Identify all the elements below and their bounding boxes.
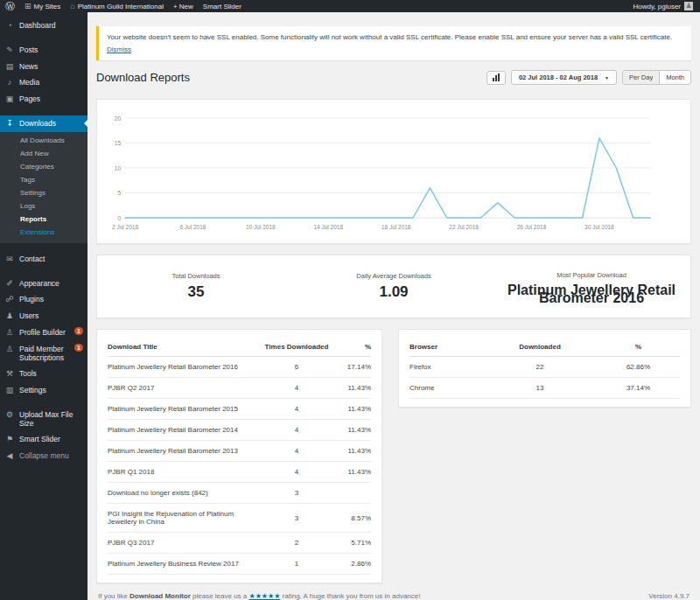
svg-text:2 Jul 2018: 2 Jul 2018 — [112, 224, 138, 230]
table-cell: 6 — [259, 357, 334, 378]
table-row: PGI Insight the Rejuvenation of Platinum… — [108, 504, 371, 533]
table-cell: PJBR Q1 2018 — [108, 462, 259, 483]
version-label: Version 4.9.7 — [648, 592, 690, 600]
table-cell: 8.57% — [334, 504, 371, 533]
sidebar-subitem-all-downloads[interactable]: All Downloads — [0, 134, 88, 147]
new-content-menu[interactable]: + New — [173, 3, 193, 10]
sidebar-item-upload-max-file-size[interactable]: ⚙ Upload Max File Size — [0, 407, 88, 431]
sidebar-subitem-add-new[interactable]: Add New — [0, 147, 88, 160]
sidebar-item-plugins[interactable]: ☍ Plugins — [0, 291, 88, 308]
sidebar-item-posts[interactable]: ✎ Posts — [0, 42, 88, 59]
downloads-icon: ↧ — [5, 119, 14, 129]
table-header-cell: Browser — [410, 337, 483, 357]
sidebar-subitem-logs[interactable]: Logs — [0, 199, 88, 213]
appearance-icon: ✐ — [5, 279, 14, 289]
table-row: Firefox2262.86% — [410, 357, 680, 378]
sidebar-item-contact[interactable]: ✉ Contact — [0, 251, 88, 268]
sidebar-item-downloads[interactable]: ↧ Downloads — [0, 115, 88, 132]
sidebar-item-paid-member-subscriptions[interactable]: ♙ Paid Member Subscriptions 1 — [0, 341, 88, 366]
table-cell: 2.86% — [334, 554, 371, 575]
table-cell: 4 — [259, 399, 334, 420]
month-button[interactable]: Month — [660, 71, 690, 84]
posts-icon: ✎ — [5, 45, 14, 55]
sidebar-item-news[interactable]: ▤ News — [0, 59, 88, 75]
main-content: Your website doesn't seem to have SSL en… — [88, 12, 700, 600]
table-cell: 62.86% — [597, 357, 680, 378]
browser-table: BrowserDownloaded%Firefox2262.86%Chrome1… — [410, 337, 680, 399]
sidebar-subitem-categories[interactable]: Categories — [0, 160, 88, 173]
sidebar-item-media[interactable]: ♪ Media — [0, 74, 88, 91]
sidebar-item-smart-slider[interactable]: ⚑ Smart Slider — [0, 431, 88, 448]
footer: If you like Download Monitor please leav… — [96, 592, 691, 600]
per-day-button[interactable]: Per Day — [623, 71, 660, 84]
smart-slider-menu[interactable]: Smart Slider — [203, 3, 242, 10]
chevron-down-icon: ▼ — [605, 75, 609, 80]
network-icon: ⊞ — [24, 3, 32, 10]
table-row: PJBR Q3 201725.71% — [108, 533, 371, 554]
bar-chart-icon — [493, 78, 494, 81]
ssl-notice: Your website doesn't seem to have SSL en… — [96, 26, 691, 60]
page-title: Download Reports — [96, 71, 190, 84]
howdy-menu[interactable]: Howdy, pgiuser — [633, 3, 681, 10]
sidebar-item-collapse-menu[interactable]: ◀ Collapse menu — [0, 448, 88, 464]
svg-text:10: 10 — [115, 165, 122, 171]
downloads-submenu: All DownloadsAdd NewCategoriesTagsSettin… — [0, 132, 88, 243]
settings-icon: ▥ — [5, 386, 14, 395]
table-cell: 4 — [259, 441, 334, 462]
current-site-menu[interactable]: ⌂ Platinum Guild International — [70, 3, 164, 10]
dismiss-link[interactable]: Dismiss — [107, 44, 131, 56]
paid-member-subscriptions-icon: ♙ — [5, 345, 14, 354]
table-cell: PJBR Q3 2017 — [108, 533, 259, 554]
table-cell: 4 — [259, 462, 334, 483]
sidebar-item-settings[interactable]: ▥ Settings — [0, 382, 88, 399]
news-icon: ▤ — [5, 62, 14, 72]
table-cell: Platinum Jewellery Retail Barometer 2013 — [108, 441, 259, 462]
sidebar-item-profile-builder[interactable]: ♙ Profile Builder 1 — [0, 324, 88, 341]
table-cell: Firefox — [410, 357, 483, 378]
table-cell: 37.14% — [597, 378, 680, 399]
svg-text:22 Jul 2018: 22 Jul 2018 — [449, 224, 479, 230]
profile-builder-icon: ♙ — [5, 328, 14, 338]
table-cell: Chrome — [410, 378, 483, 399]
table-cell: 3 — [259, 483, 334, 504]
table-cell — [334, 483, 371, 504]
sidebar-item-dashboard[interactable]: ◔ Dashboard — [0, 17, 88, 34]
svg-text:14 Jul 2018: 14 Jul 2018 — [313, 224, 343, 230]
downloads-table-card: Download TitleTimes Downloaded%Platinum … — [96, 329, 382, 583]
svg-text:10 Jul 2018: 10 Jul 2018 — [246, 224, 276, 230]
chart-type-button[interactable] — [486, 71, 506, 85]
wordpress-logo-icon[interactable]: Ⓦ — [5, 2, 15, 11]
table-cell: 3 — [259, 504, 334, 533]
date-range-select[interactable]: 02 Jul 2018 - 02 Aug 2018 ▼ — [511, 70, 617, 85]
tools-icon: ⚒ — [5, 369, 14, 379]
sidebar-item-pages[interactable]: ▣ Pages — [0, 91, 88, 108]
dashboard-icon: ◔ — [5, 21, 14, 31]
sidebar-subitem-reports[interactable]: Reports — [0, 213, 88, 226]
site-name-label: Platinum Guild International — [78, 3, 164, 10]
table-cell: 11.43% — [334, 399, 371, 420]
pages-icon: ▣ — [5, 94, 14, 104]
sidebar-subitem-settings[interactable]: Settings — [0, 186, 88, 199]
table-cell: 11.43% — [334, 462, 371, 483]
rating-stars-link[interactable]: ★★★★★ — [249, 592, 281, 600]
table-row: Chrome1337.14% — [410, 378, 680, 399]
downloads-chart: 201510502 Jul 20186 Jul 201810 Jul 20181… — [109, 106, 680, 239]
howdy-label: Howdy, pgiuser — [633, 3, 681, 10]
sidebar: ◔ Dashboard ✎ Posts ▤ News ♪ Media ▣ Pag… — [0, 12, 88, 600]
user-avatar[interactable]: ♟ — [684, 2, 693, 10]
sidebar-item-tools[interactable]: ⚒ Tools — [0, 366, 88, 382]
table-cell: Download no longer exists (842) — [108, 483, 259, 504]
sidebar-subitem-extensions[interactable]: Extensions — [0, 226, 88, 239]
stat-total-downloads: Total Downloads 35 — [97, 272, 295, 301]
my-sites-menu[interactable]: ⊞ My Sites — [24, 3, 60, 10]
table-cell: PGI Insight the Rejuvenation of Platinum… — [108, 504, 259, 533]
table-row: Platinum Jewellery Retail Barometer 2016… — [108, 357, 371, 378]
update-count-badge: 1 — [74, 327, 83, 335]
date-range-value: 02 Jul 2018 - 02 Aug 2018 — [519, 73, 598, 81]
sidebar-subitem-tags[interactable]: Tags — [0, 173, 88, 186]
sidebar-item-appearance[interactable]: ✐ Appearance — [0, 276, 88, 292]
svg-text:5: 5 — [117, 190, 121, 196]
table-cell: 4 — [259, 378, 334, 399]
sidebar-item-users[interactable]: ♟ Users — [0, 308, 88, 324]
table-header-row: Download TitleTimes Downloaded% — [108, 337, 371, 357]
